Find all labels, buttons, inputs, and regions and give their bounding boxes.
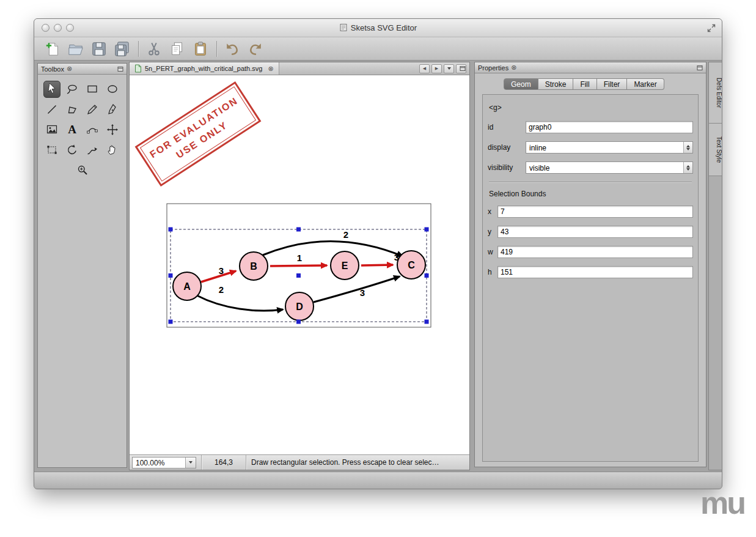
connector-tool[interactable] xyxy=(83,139,103,160)
side-dock: Defs Editor Text Style xyxy=(708,62,722,470)
defs-editor-tab[interactable]: Defs Editor xyxy=(709,62,722,124)
selection-handle[interactable] xyxy=(296,320,301,324)
node-D-label: D xyxy=(296,302,303,312)
tab-marker[interactable]: Marker xyxy=(627,78,664,90)
hand-tool[interactable] xyxy=(103,139,123,160)
paste-button[interactable] xyxy=(191,40,210,58)
display-stepper-icon[interactable] xyxy=(683,142,692,153)
cut-button[interactable] xyxy=(144,40,164,58)
document-tabbar: 5n_PERT_graph_with_critical_path.svg ⊗ ◀… xyxy=(130,62,469,75)
tab-scroll-left-button[interactable]: ◀ xyxy=(419,64,430,73)
weight-A-B: 3 xyxy=(219,265,224,276)
window-footer xyxy=(34,472,722,489)
x-field[interactable] xyxy=(497,206,693,218)
redo-button[interactable] xyxy=(246,40,265,58)
properties-tabs: Geom Stroke Fill Filter Marker xyxy=(504,78,706,90)
image-tool[interactable] xyxy=(42,119,62,139)
toolbox-dock-icon[interactable] xyxy=(117,66,123,72)
rectangle-tool[interactable] xyxy=(83,79,103,99)
tab-stroke[interactable]: Stroke xyxy=(538,78,574,90)
pencil-tool[interactable] xyxy=(83,99,103,119)
select-tool[interactable] xyxy=(42,79,62,99)
selection-handle[interactable] xyxy=(425,320,429,324)
pen-tool[interactable] xyxy=(103,99,123,119)
desktop: Sketsa SVG Editor Toolbox ⊗ xyxy=(0,0,756,537)
node-edit-tool[interactable] xyxy=(83,119,103,139)
move-tool[interactable] xyxy=(103,119,123,139)
edge-E-C-critical[interactable] xyxy=(361,265,393,265)
document-tab-close-icon[interactable]: ⊗ xyxy=(268,65,273,72)
edge-B-C[interactable] xyxy=(263,241,403,256)
properties-close-icon[interactable]: ⊗ xyxy=(511,64,516,71)
selection-handle[interactable] xyxy=(425,228,429,232)
w-field[interactable] xyxy=(497,246,693,258)
weight-E-C: 3 xyxy=(394,252,399,262)
selection-handle[interactable] xyxy=(425,273,429,278)
tab-scroll-right-button[interactable]: ▶ xyxy=(431,64,442,73)
polygon-tool[interactable] xyxy=(62,99,83,119)
h-field[interactable] xyxy=(497,266,693,278)
text-style-tab[interactable]: Text Style xyxy=(709,124,722,176)
undo-button[interactable] xyxy=(222,40,242,58)
selection-bounds-title: Selection Bounds xyxy=(489,190,693,198)
edge-A-D[interactable] xyxy=(197,295,283,311)
svg-file-icon xyxy=(134,64,142,73)
display-select[interactable]: inline xyxy=(526,141,693,154)
display-value: inline xyxy=(526,142,683,153)
visibility-stepper-icon[interactable] xyxy=(683,162,692,173)
id-label: id xyxy=(488,123,526,131)
fullscreen-icon[interactable] xyxy=(707,24,716,32)
save-button[interactable] xyxy=(89,40,109,58)
toolbox-close-icon[interactable]: ⊗ xyxy=(67,65,72,72)
selection-center-handle[interactable] xyxy=(296,273,301,278)
document-tab[interactable]: 5n_PERT_graph_with_critical_path.svg ⊗ xyxy=(130,62,279,75)
toolbox-panel: Toolbox ⊗ A xyxy=(37,63,127,468)
zoom-level-combo[interactable]: 100.00% xyxy=(132,457,196,468)
cursor-icon xyxy=(46,82,58,97)
selected-element-tag: <g> xyxy=(489,103,693,112)
edge-D-C[interactable] xyxy=(314,276,400,302)
rotate-tool[interactable] xyxy=(62,139,83,160)
save-all-button[interactable] xyxy=(112,40,132,58)
tab-list-button[interactable] xyxy=(444,64,454,73)
y-field[interactable] xyxy=(497,226,693,238)
open-button[interactable] xyxy=(66,40,86,58)
weight-B-E: 1 xyxy=(297,253,302,263)
tab-filter[interactable]: Filter xyxy=(597,78,628,90)
lasso-tool[interactable] xyxy=(62,79,83,99)
zoom-level-value: 100.00% xyxy=(133,457,185,468)
document-dock-icon[interactable] xyxy=(456,64,466,73)
bounds-w-row: w xyxy=(488,246,693,258)
zoom-tool[interactable] xyxy=(62,160,103,180)
text-tool[interactable]: A xyxy=(62,119,83,139)
tab-geom[interactable]: Geom xyxy=(504,78,538,90)
selection-handle[interactable] xyxy=(169,320,173,324)
copy-button[interactable] xyxy=(167,40,187,58)
visibility-label: visibility xyxy=(488,163,526,172)
properties-dock-icon[interactable] xyxy=(697,65,703,71)
node-E-label: E xyxy=(342,261,348,271)
cursor-position: 164,3 xyxy=(202,458,246,467)
new-document-button[interactable] xyxy=(43,40,62,58)
selection-handle[interactable] xyxy=(296,228,301,232)
visibility-select[interactable]: visible xyxy=(526,161,693,174)
transform-tool[interactable] xyxy=(42,139,62,160)
zoom-dropdown-icon[interactable] xyxy=(185,457,196,468)
id-field[interactable] xyxy=(526,121,693,133)
statusbar: 100.00% 164,3 Draw rectangular selection… xyxy=(130,454,469,470)
selection-handle[interactable] xyxy=(169,228,173,232)
toolbar-separator xyxy=(216,41,217,57)
main-toolbar xyxy=(34,37,722,61)
line-tool[interactable] xyxy=(42,99,62,119)
bounds-y-row: y xyxy=(488,226,693,238)
selection-handle[interactable] xyxy=(169,273,173,278)
x-label: x xyxy=(488,207,497,216)
y-label: y xyxy=(488,228,497,236)
ellipse-tool[interactable] xyxy=(103,79,123,99)
node-A-label: A xyxy=(183,281,191,292)
edge-B-E-critical[interactable] xyxy=(270,265,327,266)
visibility-row: visibility visible xyxy=(488,161,693,174)
tab-fill[interactable]: Fill xyxy=(573,78,596,90)
bounds-h-row: h xyxy=(488,266,693,278)
svg-canvas[interactable]: FOR EVALUATION USE ONLY xyxy=(130,75,469,454)
